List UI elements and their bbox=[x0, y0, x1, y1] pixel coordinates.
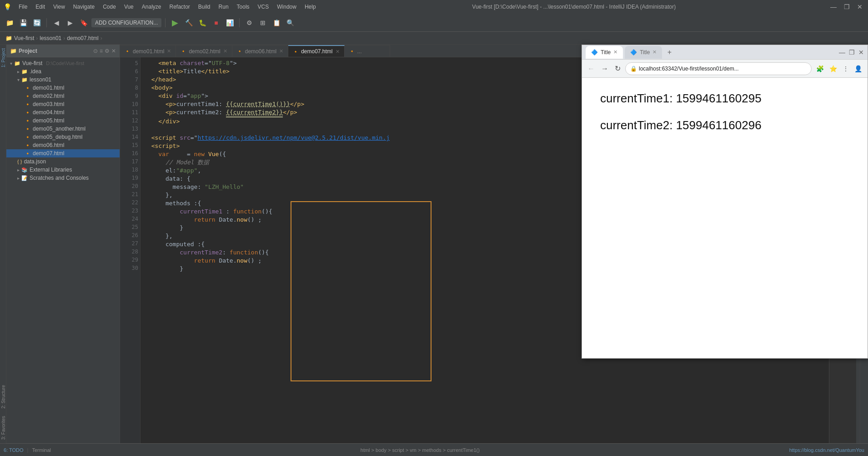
menu-build[interactable]: Build bbox=[195, 3, 214, 11]
project-title: Project bbox=[19, 48, 91, 54]
browser-forward-btn[interactable]: → bbox=[599, 63, 610, 75]
tree-demo05[interactable]: 🔸 demo05.html bbox=[6, 117, 120, 125]
settings-btn[interactable]: ⚙ bbox=[243, 17, 255, 29]
forward-btn[interactable]: ▶ bbox=[64, 17, 76, 29]
tree-data-json[interactable]: { } data.json bbox=[6, 157, 120, 166]
tab-demo02[interactable]: 🔸 demo02.html ✕ bbox=[176, 45, 232, 57]
back-btn[interactable]: ◀ bbox=[50, 17, 62, 29]
favorites-label[interactable]: 3: Favorites bbox=[0, 412, 6, 443]
minimize-button[interactable]: — bbox=[828, 3, 838, 10]
breadcrumb-file[interactable]: demo07.html bbox=[67, 35, 98, 41]
app-icon: 💡 bbox=[4, 3, 11, 10]
structure-label[interactable]: 2: Structure bbox=[0, 381, 6, 412]
tab-demo06-label: demo06.html bbox=[245, 48, 276, 55]
add-configuration-btn[interactable]: ADD CONFIGURATION... bbox=[91, 18, 161, 27]
breadcrumb-lesson[interactable]: lesson01 bbox=[40, 35, 61, 41]
close-button[interactable]: ✕ bbox=[855, 3, 864, 10]
menu-code[interactable]: Code bbox=[99, 3, 120, 11]
browser-close[interactable]: ✕ bbox=[858, 49, 864, 56]
tree-root[interactable]: ▾ 📁 Vue-first D:\Code\Vue-first bbox=[6, 59, 120, 67]
menu-run[interactable]: Run bbox=[215, 3, 232, 11]
gear-icon[interactable]: ⚙ bbox=[105, 48, 110, 54]
tree-demo01[interactable]: 🔸 demo01.html bbox=[6, 84, 120, 92]
status-terminal[interactable]: Terminal bbox=[32, 447, 51, 453]
browser-maximize[interactable]: ❐ bbox=[849, 49, 855, 56]
browser-title-bar: 🔷 Title ✕ 🔷 Title ✕ + — ❐ ✕ bbox=[582, 45, 868, 60]
tree-demo05-debug[interactable]: 🔸 demo05_debug.html bbox=[6, 133, 120, 141]
close-panel-icon[interactable]: ✕ bbox=[111, 48, 116, 54]
debug-btn[interactable]: 🐛 bbox=[196, 17, 208, 29]
browser-settings-btn[interactable]: ⋮ bbox=[841, 63, 851, 74]
ext-libs-icon: 📚 bbox=[21, 167, 28, 173]
sync-btn[interactable]: 🔄 bbox=[31, 17, 43, 29]
browser-url-bar[interactable]: 🔒 localhost:63342/Vue-first/lesson01/dem… bbox=[625, 62, 812, 75]
tree-lesson01[interactable]: ▾ 📁 lesson01 bbox=[6, 76, 120, 84]
stop-btn[interactable]: ■ bbox=[210, 17, 222, 29]
tab-demo06[interactable]: 🔸 demo06.html ✕ bbox=[232, 45, 288, 57]
run-button[interactable]: ▶ bbox=[169, 17, 181, 29]
menu-file[interactable]: File bbox=[15, 3, 31, 11]
tree-demo02[interactable]: 🔸 demo02.html bbox=[6, 92, 120, 100]
grid-btn[interactable]: ⊞ bbox=[257, 17, 269, 29]
browser-window: 🔷 Title ✕ 🔷 Title ✕ + — ❐ ✕ ← → ↻ 🔒 bbox=[582, 45, 868, 359]
tree-demo03[interactable]: 🔸 demo03.html bbox=[6, 100, 120, 108]
tree-demo06[interactable]: 🔸 demo06.html bbox=[6, 141, 120, 149]
tab-demo07[interactable]: 🔸 demo07.html ✕ bbox=[288, 45, 344, 57]
left-panel-strip: 1: Project 2: Structure 3: Favorites bbox=[0, 45, 6, 443]
menu-vue[interactable]: Vue bbox=[120, 3, 137, 11]
browser-bookmark-btn[interactable]: ⭐ bbox=[828, 63, 839, 74]
tree-external-libs[interactable]: ▸ 📚 External Libraries bbox=[6, 166, 120, 174]
save-btn[interactable]: 💾 bbox=[17, 17, 29, 29]
bookmark-btn[interactable]: 🔖 bbox=[78, 17, 90, 29]
browser-refresh-btn[interactable]: ↻ bbox=[613, 62, 622, 75]
tree-idea[interactable]: ▸ 📁 .idea bbox=[6, 67, 120, 76]
menu-tools[interactable]: Tools bbox=[233, 3, 253, 11]
status-url[interactable]: https://blog.csdn.net/QuantumYou bbox=[789, 447, 864, 453]
browser-extensions-btn[interactable]: 🧩 bbox=[814, 63, 826, 74]
menu-help[interactable]: Help bbox=[301, 3, 320, 11]
browser-tab-1[interactable]: 🔷 Title ✕ bbox=[586, 46, 623, 59]
browser-nav-actions: 🧩 ⭐ ⋮ 👤 bbox=[814, 63, 864, 74]
project-panel-label[interactable]: 1: Project bbox=[0, 45, 6, 71]
tab-more[interactable]: 🔸 ... bbox=[345, 45, 390, 57]
tab-demo01-label: demo01.html bbox=[133, 48, 164, 55]
browser-profile-btn[interactable]: 👤 bbox=[853, 63, 864, 74]
demo07-label: demo07.html bbox=[33, 150, 64, 157]
status-todo[interactable]: 6: TODO bbox=[4, 447, 24, 453]
build-btn[interactable]: 🔨 bbox=[183, 17, 195, 29]
coverage-btn[interactable]: 📋 bbox=[271, 17, 282, 29]
menu-window[interactable]: Window bbox=[273, 3, 300, 11]
breadcrumb-root[interactable]: Vue-first bbox=[14, 35, 34, 41]
search-btn[interactable]: 🔍 bbox=[284, 17, 296, 29]
root-path: D:\Code\Vue-first bbox=[46, 61, 84, 66]
tab-demo07-close[interactable]: ✕ bbox=[336, 49, 340, 55]
menu-refactor[interactable]: Refactor bbox=[166, 3, 194, 11]
profile-btn[interactable]: 📊 bbox=[224, 17, 236, 29]
browser-minimize[interactable]: — bbox=[839, 49, 845, 56]
menu-view[interactable]: View bbox=[50, 3, 69, 11]
tab-demo06-close[interactable]: ✕ bbox=[279, 48, 283, 54]
browser-tab-2[interactable]: 🔷 Title ✕ bbox=[625, 46, 662, 59]
open-btn[interactable]: 📁 bbox=[4, 17, 15, 29]
browser-new-tab[interactable]: + bbox=[664, 47, 675, 58]
menu-edit[interactable]: Edit bbox=[32, 3, 49, 11]
maximize-button[interactable]: ❐ bbox=[842, 3, 852, 10]
tree-demo07[interactable]: 🔸 demo07.html bbox=[6, 149, 120, 157]
browser-back-btn[interactable]: ← bbox=[586, 63, 597, 75]
tree-demo04[interactable]: 🔸 demo04.html bbox=[6, 108, 120, 117]
browser-tab2-close[interactable]: ✕ bbox=[652, 49, 657, 55]
tree-demo05-another[interactable]: 🔸 demo05_another.html bbox=[6, 125, 120, 133]
tab-demo01[interactable]: 🔸 demo01.html ✕ bbox=[120, 45, 176, 57]
menu-analyze[interactable]: Analyze bbox=[138, 3, 165, 11]
menu-vcs[interactable]: VCS bbox=[254, 3, 273, 11]
locate-icon[interactable]: ⊙ bbox=[93, 48, 98, 54]
demo05-another-icon: 🔸 bbox=[25, 126, 31, 132]
lock-icon: 🔒 bbox=[630, 66, 637, 72]
menu-navigate[interactable]: Navigate bbox=[70, 3, 98, 11]
tree-scratches[interactable]: ▸ 📝 6: TODO Scratches and Consoles bbox=[6, 174, 120, 182]
tab-demo01-close[interactable]: ✕ bbox=[167, 48, 171, 54]
browser-tab1-close[interactable]: ✕ bbox=[613, 49, 617, 55]
tab-demo02-close[interactable]: ✕ bbox=[223, 48, 227, 54]
collapse-icon[interactable]: ≡ bbox=[100, 48, 103, 54]
browser-nav-bar: ← → ↻ 🔒 localhost:63342/Vue-first/lesson… bbox=[582, 60, 868, 78]
